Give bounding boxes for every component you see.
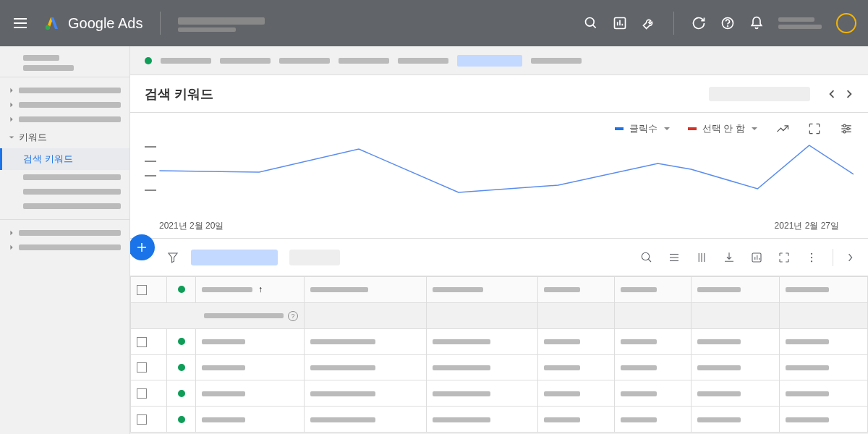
header-actions (584, 12, 856, 35)
row-status-cell (167, 328, 196, 354)
row-checkbox-cell[interactable] (131, 407, 167, 433)
sidebar-item[interactable] (0, 184, 129, 199)
reports-icon[interactable] (613, 16, 627, 30)
data-cell (692, 354, 780, 380)
sidebar-item[interactable] (0, 226, 129, 240)
metric-label: 선택 안 함 (702, 122, 745, 135)
breadcrumb-item[interactable] (531, 58, 582, 64)
search-icon[interactable] (640, 251, 653, 264)
breadcrumb-item[interactable] (220, 58, 271, 64)
data-cell (615, 328, 692, 354)
sidebar-item[interactable] (0, 199, 129, 213)
metric-selector-1[interactable]: 클릭수 (615, 122, 671, 135)
add-button[interactable] (130, 234, 155, 260)
svg-point-12 (843, 124, 846, 127)
checkbox-icon[interactable] (137, 285, 147, 295)
sidebar-item[interactable] (0, 240, 129, 255)
data-cell (780, 328, 868, 354)
keyword-cell[interactable] (196, 407, 305, 433)
sidebar-item-search-keywords[interactable]: 검색 키워드 (0, 148, 129, 170)
table-toolbar (130, 239, 868, 276)
chevron-left-icon[interactable] (827, 90, 836, 98)
chevron-right-icon[interactable] (845, 90, 854, 98)
avatar[interactable] (836, 13, 856, 33)
sidebar-item[interactable] (0, 98, 129, 112)
status-dot-icon (178, 416, 185, 423)
filter-chip[interactable] (289, 250, 340, 265)
chevron-right-icon (9, 102, 14, 108)
data-cell (305, 328, 427, 354)
row-status-cell (167, 380, 196, 407)
breadcrumb-item[interactable] (279, 58, 330, 64)
columns-icon[interactable] (695, 251, 708, 264)
svg-rect-25 (752, 253, 761, 262)
column-header[interactable] (615, 277, 692, 303)
expand-icon[interactable] (778, 251, 791, 264)
segment-icon[interactable] (668, 251, 681, 264)
breadcrumb-item[interactable] (161, 58, 211, 64)
account-info[interactable] (778, 17, 822, 29)
keyword-cell[interactable] (196, 328, 305, 354)
data-cell (427, 407, 538, 433)
table-row[interactable] (131, 354, 868, 380)
status-dot-icon (178, 390, 185, 397)
column-header[interactable] (427, 277, 538, 303)
more-icon[interactable] (805, 251, 818, 264)
help-icon[interactable]: ? (288, 311, 298, 321)
column-header[interactable] (305, 277, 427, 303)
checkbox-icon[interactable] (137, 362, 147, 373)
search-icon[interactable] (584, 16, 598, 30)
chart-type-icon[interactable] (775, 122, 790, 136)
sidebar-item[interactable] (0, 170, 129, 184)
filter-chip[interactable] (191, 250, 278, 265)
keyword-cell[interactable] (196, 380, 305, 407)
breadcrumb-item-active[interactable] (457, 55, 522, 67)
sidebar-item[interactable] (0, 112, 129, 127)
sidebar-item[interactable] (23, 65, 74, 71)
sidebar-item[interactable] (0, 83, 129, 98)
checkbox-icon[interactable] (137, 414, 147, 425)
data-cell (537, 354, 614, 380)
table-row[interactable] (131, 407, 868, 433)
row-checkbox-cell[interactable] (131, 354, 167, 380)
account-selector[interactable] (178, 14, 265, 32)
refresh-icon[interactable] (692, 16, 706, 30)
keyword-header[interactable]: ↑ (196, 277, 305, 303)
menu-button[interactable] (12, 14, 29, 32)
metric-selector-2[interactable]: 선택 안 함 (688, 122, 758, 135)
filter-icon[interactable] (166, 251, 179, 264)
adjust-icon[interactable] (839, 122, 854, 136)
row-checkbox-cell[interactable] (131, 328, 167, 354)
data-cell (615, 380, 692, 407)
title-bar: 검색 키워드 (130, 75, 868, 113)
svg-point-14 (843, 131, 846, 133)
svg-line-2 (593, 25, 596, 28)
date-range-selector[interactable] (709, 87, 810, 101)
checkbox-icon[interactable] (137, 388, 147, 399)
notifications-icon[interactable] (749, 16, 764, 30)
checkbox-icon[interactable] (137, 337, 147, 347)
status-header[interactable] (167, 277, 196, 303)
data-cell (427, 328, 538, 354)
table-row[interactable] (131, 328, 868, 354)
report-icon[interactable] (750, 251, 763, 264)
table-row[interactable] (131, 380, 868, 407)
row-checkbox-cell[interactable] (131, 380, 167, 407)
table-header-row: ↑ (131, 277, 868, 303)
select-all-header[interactable] (131, 277, 167, 303)
download-icon[interactable] (723, 251, 736, 264)
tools-icon[interactable] (642, 16, 656, 30)
collapse-icon[interactable] (848, 251, 854, 264)
chart-area: 클릭수 선택 안 함 2021년 2월 20일 202 (130, 113, 868, 239)
column-header[interactable] (537, 277, 614, 303)
breadcrumb-item[interactable] (398, 58, 448, 64)
sidebar-item-keywords[interactable]: 키워드 (0, 127, 129, 148)
expand-icon[interactable] (807, 122, 822, 136)
column-header[interactable] (692, 277, 780, 303)
logo[interactable]: Google Ads (43, 14, 142, 32)
help-icon[interactable] (720, 16, 735, 30)
column-header[interactable] (780, 277, 868, 303)
keyword-cell[interactable] (196, 354, 305, 380)
breadcrumb-item[interactable] (339, 58, 389, 64)
sidebar-item[interactable] (23, 55, 59, 61)
